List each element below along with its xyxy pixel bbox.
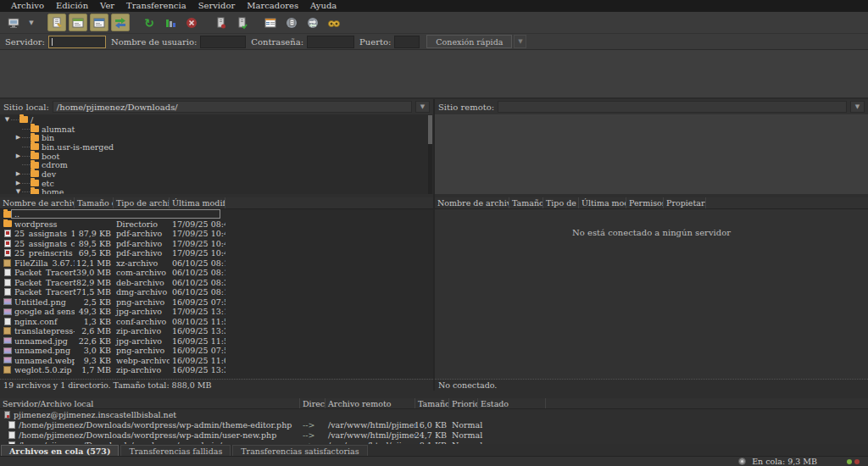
- tree-expander-icon[interactable]: ▼: [14, 188, 22, 196]
- local-directory-tree[interactable]: ▼/alumnat▶binbin.usr-is-merged▶bootcdrom…: [0, 114, 433, 197]
- folder-icon: [19, 116, 28, 123]
- queue-file-row[interactable]: /home/pjimenez/Downloads/wordpress/wp-ad…: [0, 430, 868, 440]
- column-header-estado[interactable]: Estado: [478, 398, 546, 408]
- toggle-remote-tree-icon[interactable]: [90, 14, 108, 31]
- password-label: Contraseña:: [251, 37, 303, 47]
- refresh-icon[interactable]: ↻: [140, 14, 159, 31]
- remote-site-combo-arrow-icon[interactable]: ▼: [850, 101, 865, 113]
- column-header-archivo-remoto[interactable]: Archivo remoto: [326, 398, 415, 408]
- column-header-u-ltima-modific[interactable]: Última modific: [579, 197, 626, 208]
- cancel-icon[interactable]: [182, 14, 201, 31]
- tree-item-home[interactable]: ▼home: [0, 188, 433, 197]
- column-header-propietario[interactable]: Propietario/: [664, 197, 706, 208]
- tree-item-boot[interactable]: ▶boot: [0, 152, 433, 161]
- remote-site-combo[interactable]: [498, 101, 847, 113]
- file-row[interactable]: google ad sense.jpg49,3 KBjpg-archivo17/…: [0, 307, 433, 317]
- file-type-cell: conf-archivo: [114, 317, 170, 326]
- local-site-combo-arrow-icon[interactable]: ▼: [415, 101, 430, 113]
- file-row[interactable]: Packet_Tracer822_...282,9 MBdeb-archivo0…: [0, 278, 433, 288]
- queue-splitter[interactable]: [0, 391, 868, 398]
- menu-marcadores[interactable]: Marcadores: [241, 0, 304, 12]
- file-row[interactable]: translatepress-mul...2,6 MBzip-archivo16…: [0, 326, 433, 336]
- column-header-tipo-de-archivo[interactable]: Tipo de archivo: [114, 197, 170, 208]
- tree-scrollbar[interactable]: [428, 115, 432, 197]
- column-header-nombre-de-archivo[interactable]: Nombre de archivo▼: [435, 197, 509, 208]
- synchronized-browsing-icon[interactable]: [303, 14, 322, 31]
- file-row[interactable]: unnamed.jpg22,6 KBjpg-archivo16/09/25 11…: [0, 336, 433, 347]
- file-row[interactable]: wordpressDirectorio17/09/25 08:4...: [0, 219, 433, 230]
- toolbar: ▼↻: [0, 12, 868, 34]
- tree-item-etc[interactable]: ▶etc: [0, 179, 433, 188]
- toggle-local-tree-icon[interactable]: [69, 14, 87, 31]
- process-queue-icon[interactable]: [161, 14, 180, 31]
- tab-archivos-en-cola-573[interactable]: Archivos en cola (573): [1, 445, 119, 456]
- page-icon: [4, 288, 11, 296]
- file-row[interactable]: 25_assignats_cf_2a...89,5 KBpdf-archivo1…: [0, 239, 433, 249]
- quickconnect-bar: Servidor: Nombre de usuario: Contraseña:…: [0, 34, 868, 50]
- file-size-cell: 22,6 KB: [75, 336, 114, 346]
- tree-expander-icon[interactable]: ▶: [14, 180, 22, 187]
- column-header-tipo-de-arc[interactable]: Tipo de arc: [543, 197, 579, 208]
- menu-archivo[interactable]: Archivo: [5, 0, 50, 12]
- quickconnect-dropdown-icon[interactable]: ▼: [514, 35, 526, 48]
- column-header-u-ltima-modificaci[interactable]: Última modificaci: [170, 197, 225, 208]
- tab-transferencias-satisfactorias[interactable]: Transferencias satisfactorias: [232, 445, 367, 456]
- queue-server-row[interactable]: pjimenez@pjimenez.inscastellbisbal.net: [0, 409, 868, 419]
- tree-expander-icon[interactable]: ▼: [3, 116, 11, 124]
- directory-comparison-icon[interactable]: [282, 14, 301, 31]
- tree-expander-icon[interactable]: ▶: [14, 134, 22, 141]
- column-header-taman-o-de[interactable]: Tamaño de: [75, 197, 114, 208]
- tree-item-cdrom[interactable]: cdrom: [0, 160, 433, 169]
- tree-item-[interactable]: ▼/: [0, 115, 433, 125]
- username-input[interactable]: [200, 36, 246, 48]
- column-header-taman-o-de[interactable]: Tamaño de: [509, 197, 543, 208]
- disconnect-icon[interactable]: [211, 14, 230, 31]
- menu-edicio-n[interactable]: Edición: [50, 0, 94, 12]
- column-header-taman-o[interactable]: Tamaño: [415, 398, 449, 408]
- tab-transferencias-fallidas[interactable]: Transferencias fallidas: [120, 445, 231, 456]
- server-input[interactable]: [48, 36, 106, 48]
- file-row[interactable]: nginx.conf1,3 KBconf-archivo08/10/25 11:…: [0, 317, 433, 327]
- column-header-priorida[interactable]: Priorida: [449, 398, 478, 408]
- menu-ver[interactable]: Ver: [94, 0, 120, 12]
- tree-expander-icon[interactable]: ▶: [14, 153, 22, 160]
- file-row[interactable]: weglot.5.0.zip1,7 MBzip-archivo16/09/25 …: [0, 365, 433, 375]
- column-header-servidor-archivo-local[interactable]: Servidor/Archivo local: [0, 398, 300, 408]
- file-row[interactable]: Untitled.png2,5 KBpng-archivo16/09/25 07…: [0, 297, 433, 308]
- find-files-icon[interactable]: [325, 14, 343, 31]
- tree-item-dev[interactable]: ▶dev: [0, 169, 433, 179]
- site-manager-icon[interactable]: [4, 14, 23, 31]
- queue-priority-cell: Normal: [449, 420, 478, 430]
- speed-limits-icon[interactable]: [738, 458, 746, 465]
- site-manager-dropdown-icon[interactable]: ▼: [25, 14, 37, 31]
- menu-ayuda[interactable]: Ayuda: [304, 0, 342, 12]
- menu-transferencia[interactable]: Transferencia: [120, 0, 192, 12]
- column-header-direccio[interactable]: Direcció: [300, 398, 326, 408]
- tree-scrollbar-thumb[interactable]: [428, 115, 432, 144]
- column-header-permisos[interactable]: Permisos: [626, 197, 664, 208]
- tree-item-alumnat[interactable]: alumnat: [0, 125, 433, 134]
- toggle-message-log-icon[interactable]: [47, 14, 66, 31]
- tree-item-bin[interactable]: ▶bin: [0, 133, 433, 142]
- password-input[interactable]: [307, 36, 354, 48]
- file-row[interactable]: FileZilla_3.67.1_x86...12,1 MBxz-archivo…: [0, 258, 433, 269]
- queue-file-row[interactable]: /home/pjimenez/Downloads/wordpress/wp-ad…: [0, 419, 868, 430]
- quickconnect-button[interactable]: Conexión rápida: [426, 35, 512, 48]
- file-row[interactable]: 25_preinscrits_cf_2...69,5 KBpdf-archivo…: [0, 248, 433, 258]
- column-header-nombre-de-archivo[interactable]: Nombre de archivo▲: [0, 197, 75, 208]
- port-input[interactable]: [394, 36, 420, 48]
- menu-servidor[interactable]: Servidor: [192, 0, 242, 12]
- file-row[interactable]: Packet_Tracer822_...271,5 MBdmg-archivo0…: [0, 287, 433, 297]
- file-row[interactable]: 25_assignats_1a_ta...87,9 KBpdf-archivo1…: [0, 229, 433, 239]
- reconnect-icon[interactable]: [232, 14, 251, 31]
- file-row[interactable]: unnamed.png3,0 KBpng-archivo16/09/25 07:…: [0, 346, 433, 356]
- file-modified-cell: 16/09/25 11:0...: [170, 356, 225, 365]
- local-site-combo[interactable]: /home/pjimenez/Downloads/: [53, 101, 412, 113]
- file-row[interactable]: Packet_Tracer822_...239,0 MBcom-archivo0…: [0, 268, 433, 278]
- file-row[interactable]: unnamed.webp9,3 KBwebp-archivo16/09/25 1…: [0, 356, 433, 366]
- directory-listing-icon[interactable]: [261, 14, 280, 31]
- file-row[interactable]: ..: [0, 209, 433, 219]
- tree-item-bin-usr-is-merged[interactable]: bin.usr-is-merged: [0, 142, 433, 152]
- tree-expander-icon[interactable]: ▶: [14, 170, 22, 178]
- toggle-transfer-queue-icon[interactable]: [111, 14, 130, 31]
